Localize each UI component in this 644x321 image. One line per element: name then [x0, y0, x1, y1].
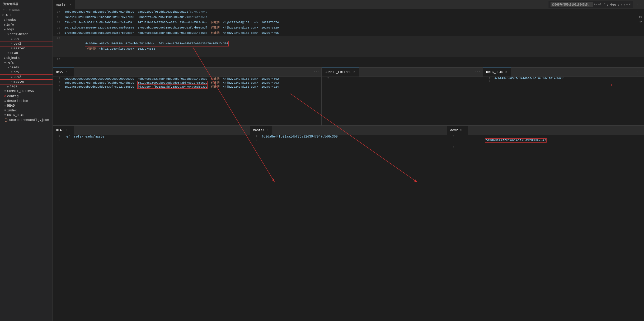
head-tab-spacer [74, 126, 240, 135]
dev2-bottom-line-2: 2 [447, 146, 644, 149]
sidebar-item-master-logs[interactable]: ≡ master [0, 46, 53, 51]
top-more-icon[interactable]: ··· [636, 3, 642, 6]
dev2-bottom-tab-spacer [468, 126, 634, 135]
tab-dev2-close[interactable]: × [65, 70, 68, 74]
sidebar-item-dev2-heads[interactable]: ≡ dev2 [0, 75, 53, 79]
orig-head-line-2: 2 [483, 80, 644, 83]
sidebar-item-dev2-logs[interactable]: ≡ dev2 [0, 41, 53, 46]
search-bar: Aa AB .* 2 中的 ? ∧ ∨ = × [548, 1, 633, 8]
dev2-bottom-hash: fd3da8e44fb01aa14bf75a92d3947047 [485, 139, 546, 142]
top-tab-bar: master × Aa AB .* 2 中的 ? ∧ ∨ = × ·· [53, 0, 644, 9]
sidebar-item-heads[interactable]: ▼ heads [0, 65, 53, 70]
match-case-btn[interactable]: Aa [594, 3, 597, 6]
sidebar-item-refs-heads[interactable]: ▼ refs\heads [0, 32, 53, 37]
master-logs-label: master [13, 47, 25, 50]
tab-master-top-close[interactable]: × [69, 3, 72, 7]
description-icon: ≡ [4, 99, 6, 103]
sidebar-item-head[interactable]: ≡ HEAD [0, 103, 53, 108]
tab-head-close[interactable]: × [65, 128, 68, 132]
sidebar-item-commit-editmsg[interactable]: ≡ COMMIT_EDITMSG [0, 89, 53, 94]
line-21: 21 1706b8b29590b96b18e79b13596d63fc7be0c… [53, 30, 644, 36]
dev2-line-2: 2 4cb949eda83a7cd44d838cb8f0adbbc7814db6… [53, 81, 321, 85]
match-word-btn[interactable]: AB [598, 3, 601, 6]
sidebar-item-description[interactable]: ≡ description [0, 99, 53, 103]
master-logs-icon: ≡ [11, 47, 12, 50]
head-tab-bar: HEAD × ··· [53, 126, 250, 135]
sidebar-item-objects[interactable]: ▶ objects [0, 56, 53, 60]
sidebar-item-master-heads[interactable]: ≡ master [0, 79, 53, 84]
orig-head-tab-spacer [511, 68, 634, 77]
dev-logs-label: dev [13, 37, 19, 41]
main-content: master × Aa AB .* 2 中的 ? ∧ ∨ = × ·· [53, 0, 644, 321]
dev2-heads-icon: ≡ [11, 75, 12, 79]
tab-master-bottom-close[interactable]: × [266, 128, 269, 132]
sidebar-item-info[interactable]: ▶ info [0, 22, 53, 27]
master-bottom-tab-spacer [272, 126, 437, 135]
dev2-bottom-line-1: 1 fd3da8e44fb01aa14bf75a92d3947047 [447, 135, 644, 146]
sidebar-item-refs[interactable]: ▼ refs [0, 60, 53, 65]
master-bottom-more-icon[interactable]: ··· [439, 128, 445, 132]
git-arrow: ▼ [2, 14, 4, 17]
head-more-icon[interactable]: ··· [242, 128, 248, 132]
sidebar-item-tags[interactable]: ▶ tags [0, 84, 53, 89]
tags-arrow: ▶ [7, 85, 9, 88]
commit-line-2: 2 [322, 77, 483, 80]
master-bottom-tab-actions: ··· [437, 126, 447, 135]
line-20: 20 247d31bb03e735005e4022cd338ee0da85f0c… [53, 25, 644, 30]
orig-head-more-icon[interactable]: ··· [636, 70, 642, 74]
search-down-btn[interactable]: ∨ [623, 3, 625, 6]
regex-btn[interactable]: .* [603, 3, 606, 6]
config-label: config [7, 95, 18, 98]
heads-arrow: ▼ [7, 66, 9, 69]
head-label: HEAD [7, 104, 15, 108]
dev2-bottom-more-icon[interactable]: ··· [636, 128, 642, 132]
tab-head[interactable]: HEAD × [53, 126, 74, 135]
sourcetreeconfig-label: sourcetreeconfig.json [9, 118, 49, 122]
sidebar-item-logs[interactable]: ▶ logs [0, 27, 53, 32]
master-bottom-tab-bar: master × ··· [250, 126, 447, 135]
sidebar-item-dev-heads[interactable]: ≡ dev [0, 70, 53, 75]
tab-dev2-bottom-close[interactable]: × [459, 128, 462, 132]
sidebar-item-config[interactable]: ⊘ config [0, 94, 53, 99]
heads-label: heads [10, 66, 19, 69]
tab-commit-editmsg[interactable]: COMMIT_EDITMSG × [322, 68, 359, 77]
content-area: master × Aa AB .* 2 中的 ? ∧ ∨ = × ·· [53, 0, 644, 321]
logs-arrow: ▶ [4, 28, 6, 31]
commit-editmsg-more-icon[interactable]: ··· [475, 70, 481, 74]
sidebar-item-head-logs[interactable]: ≡ HEAD [0, 51, 53, 56]
sourcetreeconfig-icon: {} [4, 118, 8, 122]
dev-logs-icon: ≡ [11, 37, 12, 41]
line-indicator-top: 5652 [639, 15, 642, 25]
search-close-btn[interactable]: × [629, 3, 631, 6]
tags-label: tags [10, 85, 17, 88]
sidebar-item-orig-head[interactable]: ≡ ORIG_HEAD [0, 113, 53, 118]
tab-dev2-bottom[interactable]: dev2 × [447, 126, 468, 135]
commit-editmsg-tab-spacer [359, 68, 473, 77]
master-bottom-line-2: 2 [250, 139, 447, 142]
head-logs-label: HEAD [10, 51, 18, 55]
line-23: 23 [53, 57, 644, 62]
hooks-label: hooks [6, 18, 16, 22]
tab-commit-editmsg-close[interactable]: × [353, 70, 356, 74]
dev2-logs-icon: ≡ [11, 42, 12, 46]
sidebar-git-section[interactable]: ▼ .GIT [0, 13, 53, 18]
tab-orig-head[interactable]: ORIG_HEAD × [483, 68, 511, 77]
search-replace-btn[interactable]: = [626, 3, 628, 6]
sidebar: 资源管理器 打开的编辑器 ▼ .GIT ▶ hooks ▶ info ▶ log… [0, 0, 53, 321]
config-error-icon: ⊘ [4, 94, 6, 98]
top-tab-actions: ··· [634, 0, 644, 9]
sidebar-item-sourcetreeconfig[interactable]: {} sourcetreeconfig.json [0, 118, 53, 122]
search-input[interactable] [551, 2, 593, 7]
tab-master-top[interactable]: master × [53, 0, 75, 9]
search-up-btn[interactable]: ∧ [621, 3, 622, 6]
sidebar-item-index[interactable]: ≡ index [0, 108, 53, 113]
sidebar-item-dev-logs[interactable]: ≡ dev [0, 37, 53, 41]
dev2-more-icon[interactable]: ··· [313, 70, 319, 74]
tab-master-bottom[interactable]: master × [250, 126, 272, 135]
search-count: 2 中的 ? [607, 3, 619, 7]
refs-label: refs [6, 61, 14, 65]
tab-orig-head-close[interactable]: × [505, 70, 507, 74]
sidebar-item-hooks[interactable]: ▶ hooks [0, 18, 53, 22]
line-17: 17 4cb949eda83a7cd44d838cb8f0adbbc7814db… [53, 9, 644, 15]
tab-dev2[interactable]: dev2 × [53, 68, 74, 77]
